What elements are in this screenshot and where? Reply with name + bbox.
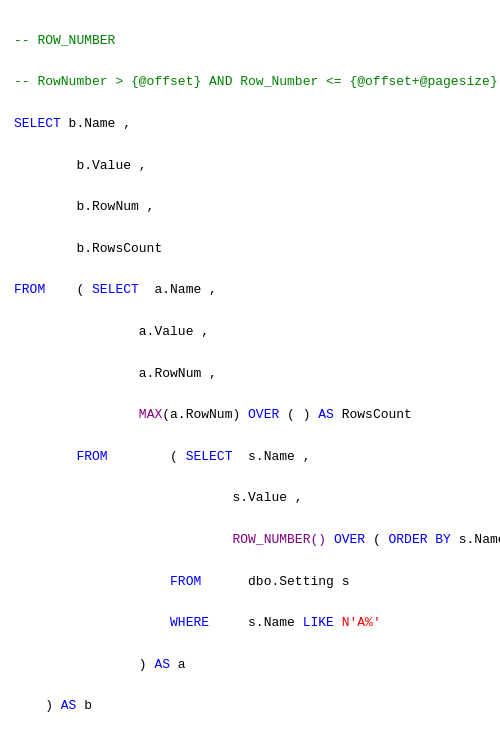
- kw-select-1: SELECT: [14, 116, 61, 131]
- comment-row-number: -- ROW_NUMBER: [14, 33, 115, 48]
- code-editor: -- ROW_NUMBER -- RowNumber > {@offset} A…: [14, 10, 486, 732]
- comment-row-number-condition: -- RowNumber > {@offset} AND Row_Number …: [14, 74, 498, 89]
- kw-from-1: FROM: [14, 282, 45, 297]
